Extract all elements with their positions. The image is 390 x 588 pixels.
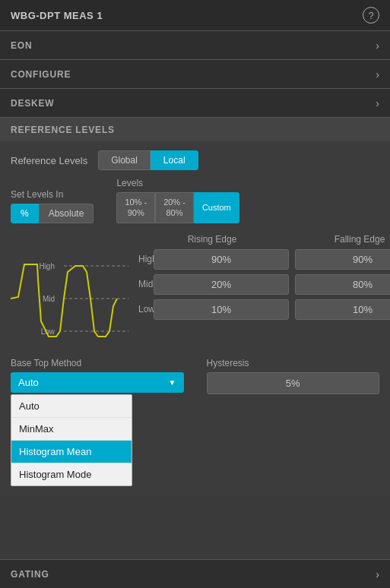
waveform-area: High Mid Low [11, 234, 132, 350]
configure-label: CONFIGURE [11, 69, 71, 80]
local-button[interactable]: Local [151, 150, 198, 170]
percent-absolute-toggle: % Absolute [11, 204, 94, 223]
deskew-label: DESKEW [11, 98, 54, 109]
mid-label: Mid [138, 279, 146, 289]
dropdown-item-histogram-mean[interactable]: Histogram Mean [11, 440, 132, 463]
levels-20-80[interactable]: 20% - 80% [155, 192, 194, 223]
base-top-method-dropdown[interactable]: Auto ▼ [11, 372, 184, 393]
reference-levels-row: Reference Levels Global Local [11, 150, 379, 170]
selected-method: Auto [18, 377, 39, 388]
dropdown-item-minmax[interactable]: MinMax [11, 417, 132, 440]
mid-rising-input[interactable] [154, 274, 289, 295]
dropdown-item-auto[interactable]: Auto [11, 395, 132, 417]
levels-options: 10% - 90% 20% - 80% Custom [116, 192, 239, 223]
dropdown-menu: Auto MinMax Histogram Mean Histogram Mod… [11, 394, 132, 486]
hysteresis-label: Hysteresis [207, 358, 380, 368]
base-top-method-section: Base Top Method Auto ▼ Auto MinMax Histo… [11, 358, 184, 486]
waveform-svg: High Mid Low [11, 249, 128, 348]
low-row: Low [138, 299, 390, 320]
levels-10-90[interactable]: 10% - 90% [116, 192, 155, 223]
base-top-method-label: Base Top Method [11, 358, 184, 368]
deskew-row[interactable]: DESKEW › [0, 88, 390, 117]
hysteresis-input[interactable] [207, 372, 380, 394]
eon-label: EON [11, 40, 32, 51]
header-title: WBG-DPT MEAS 1 [11, 10, 103, 21]
configure-chevron: › [376, 68, 379, 81]
mid-row: Mid [138, 274, 390, 295]
ref-levels-title: Reference Levels [11, 155, 87, 166]
edge-container: High Mid Low Rising Edge Falling Edge H [11, 234, 379, 350]
svg-text:High: High [39, 262, 55, 270]
percent-button[interactable]: % [11, 204, 39, 223]
gating-row[interactable]: GATING › [0, 559, 390, 588]
low-label: Low [138, 304, 146, 315]
low-rising-input[interactable] [154, 299, 289, 320]
falling-edge-header: Falling Edge [286, 234, 390, 245]
global-local-toggle: Global Local [98, 150, 198, 170]
help-icon[interactable]: ? [363, 7, 379, 24]
edge-table: Rising Edge Falling Edge High Mid Low [132, 234, 390, 320]
content-area: Reference Levels Global Local Set Levels… [0, 141, 390, 495]
eon-chevron: › [376, 40, 379, 52]
gating-label: GATING [11, 569, 49, 580]
high-falling-input[interactable] [295, 249, 390, 270]
low-falling-input[interactable] [295, 299, 390, 320]
deskew-chevron: › [376, 97, 379, 109]
dropdown-item-histogram-mode[interactable]: Histogram Mode [11, 463, 132, 485]
mid-falling-input[interactable] [295, 274, 390, 295]
gating-chevron: › [376, 568, 379, 580]
set-levels-in-section: Set Levels In % Absolute [11, 189, 94, 223]
rising-edge-header: Rising Edge [138, 234, 286, 245]
high-row: High [138, 249, 390, 270]
absolute-button[interactable]: Absolute [39, 204, 94, 223]
configure-row[interactable]: CONFIGURE › [0, 59, 390, 88]
levels-section: Levels 10% - 90% 20% - 80% Custom [116, 178, 239, 223]
reference-levels-header: REFERENCE LEVELS [0, 117, 390, 141]
reference-levels-label: REFERENCE LEVELS [11, 125, 115, 135]
global-button[interactable]: Global [98, 150, 151, 170]
high-label: High [138, 254, 146, 264]
hysteresis-section: Hysteresis [207, 358, 380, 394]
eon-row[interactable]: EON › [0, 30, 390, 59]
set-levels-label: Set Levels In [11, 189, 94, 200]
dropdown-arrow-icon: ▼ [169, 378, 176, 387]
svg-text:Mid: Mid [43, 295, 55, 303]
bottom-row: Base Top Method Auto ▼ Auto MinMax Histo… [11, 358, 379, 486]
levels-label: Levels [116, 178, 239, 188]
levels-custom[interactable]: Custom [194, 192, 239, 223]
high-rising-input[interactable] [154, 249, 289, 270]
header: WBG-DPT MEAS 1 ? [0, 0, 390, 30]
